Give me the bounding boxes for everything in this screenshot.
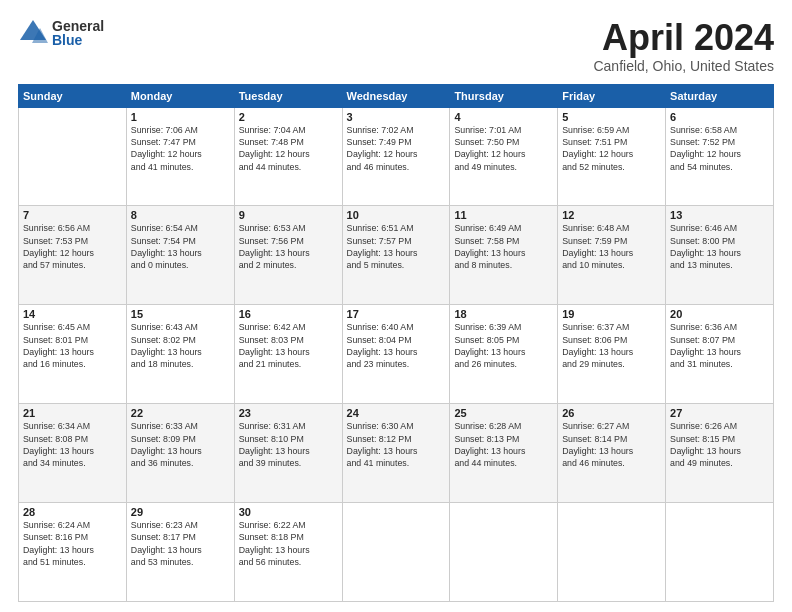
day-number: 7 [23, 209, 122, 221]
day-info: Sunrise: 7:02 AMSunset: 7:49 PMDaylight:… [347, 124, 446, 173]
calendar-cell [666, 503, 774, 602]
day-header-thursday: Thursday [450, 84, 558, 107]
location: Canfield, Ohio, United States [593, 58, 774, 74]
calendar-cell [450, 503, 558, 602]
day-number: 21 [23, 407, 122, 419]
day-info: Sunrise: 7:01 AMSunset: 7:50 PMDaylight:… [454, 124, 553, 173]
day-info: Sunrise: 6:56 AMSunset: 7:53 PMDaylight:… [23, 222, 122, 271]
week-row-5: 28Sunrise: 6:24 AMSunset: 8:16 PMDayligh… [19, 503, 774, 602]
day-info: Sunrise: 6:42 AMSunset: 8:03 PMDaylight:… [239, 321, 338, 370]
calendar-cell: 23Sunrise: 6:31 AMSunset: 8:10 PMDayligh… [234, 404, 342, 503]
day-info: Sunrise: 6:30 AMSunset: 8:12 PMDaylight:… [347, 420, 446, 469]
day-number: 4 [454, 111, 553, 123]
calendar-cell: 30Sunrise: 6:22 AMSunset: 8:18 PMDayligh… [234, 503, 342, 602]
day-number: 16 [239, 308, 338, 320]
calendar-cell: 27Sunrise: 6:26 AMSunset: 8:15 PMDayligh… [666, 404, 774, 503]
day-number: 1 [131, 111, 230, 123]
calendar-cell: 22Sunrise: 6:33 AMSunset: 8:09 PMDayligh… [126, 404, 234, 503]
calendar-cell: 15Sunrise: 6:43 AMSunset: 8:02 PMDayligh… [126, 305, 234, 404]
calendar-cell: 4Sunrise: 7:01 AMSunset: 7:50 PMDaylight… [450, 107, 558, 206]
calendar-cell: 18Sunrise: 6:39 AMSunset: 8:05 PMDayligh… [450, 305, 558, 404]
day-number: 28 [23, 506, 122, 518]
calendar-cell: 10Sunrise: 6:51 AMSunset: 7:57 PMDayligh… [342, 206, 450, 305]
day-number: 27 [670, 407, 769, 419]
page: General Blue April 2024 Canfield, Ohio, … [0, 0, 792, 612]
header-row: SundayMondayTuesdayWednesdayThursdayFrid… [19, 84, 774, 107]
month-title: April 2024 [593, 18, 774, 58]
day-number: 23 [239, 407, 338, 419]
week-row-2: 7Sunrise: 6:56 AMSunset: 7:53 PMDaylight… [19, 206, 774, 305]
day-number: 6 [670, 111, 769, 123]
day-info: Sunrise: 7:06 AMSunset: 7:47 PMDaylight:… [131, 124, 230, 173]
day-number: 26 [562, 407, 661, 419]
day-info: Sunrise: 6:27 AMSunset: 8:14 PMDaylight:… [562, 420, 661, 469]
week-row-1: 1Sunrise: 7:06 AMSunset: 7:47 PMDaylight… [19, 107, 774, 206]
calendar-cell: 24Sunrise: 6:30 AMSunset: 8:12 PMDayligh… [342, 404, 450, 503]
calendar-cell: 1Sunrise: 7:06 AMSunset: 7:47 PMDaylight… [126, 107, 234, 206]
calendar-cell: 7Sunrise: 6:56 AMSunset: 7:53 PMDaylight… [19, 206, 127, 305]
day-info: Sunrise: 6:40 AMSunset: 8:04 PMDaylight:… [347, 321, 446, 370]
day-info: Sunrise: 6:49 AMSunset: 7:58 PMDaylight:… [454, 222, 553, 271]
day-info: Sunrise: 6:58 AMSunset: 7:52 PMDaylight:… [670, 124, 769, 173]
day-info: Sunrise: 6:37 AMSunset: 8:06 PMDaylight:… [562, 321, 661, 370]
day-number: 24 [347, 407, 446, 419]
day-info: Sunrise: 6:34 AMSunset: 8:08 PMDaylight:… [23, 420, 122, 469]
calendar-cell: 8Sunrise: 6:54 AMSunset: 7:54 PMDaylight… [126, 206, 234, 305]
day-info: Sunrise: 6:43 AMSunset: 8:02 PMDaylight:… [131, 321, 230, 370]
logo: General Blue [18, 18, 104, 48]
day-info: Sunrise: 6:48 AMSunset: 7:59 PMDaylight:… [562, 222, 661, 271]
day-info: Sunrise: 6:51 AMSunset: 7:57 PMDaylight:… [347, 222, 446, 271]
day-info: Sunrise: 6:33 AMSunset: 8:09 PMDaylight:… [131, 420, 230, 469]
day-info: Sunrise: 6:24 AMSunset: 8:16 PMDaylight:… [23, 519, 122, 568]
day-info: Sunrise: 7:04 AMSunset: 7:48 PMDaylight:… [239, 124, 338, 173]
day-header-friday: Friday [558, 84, 666, 107]
calendar-cell: 6Sunrise: 6:58 AMSunset: 7:52 PMDaylight… [666, 107, 774, 206]
day-number: 3 [347, 111, 446, 123]
calendar-cell [558, 503, 666, 602]
day-info: Sunrise: 6:28 AMSunset: 8:13 PMDaylight:… [454, 420, 553, 469]
day-header-wednesday: Wednesday [342, 84, 450, 107]
calendar-cell: 20Sunrise: 6:36 AMSunset: 8:07 PMDayligh… [666, 305, 774, 404]
day-info: Sunrise: 6:31 AMSunset: 8:10 PMDaylight:… [239, 420, 338, 469]
calendar-cell: 5Sunrise: 6:59 AMSunset: 7:51 PMDaylight… [558, 107, 666, 206]
logo-icon [18, 18, 48, 48]
week-row-3: 14Sunrise: 6:45 AMSunset: 8:01 PMDayligh… [19, 305, 774, 404]
day-number: 10 [347, 209, 446, 221]
day-info: Sunrise: 6:54 AMSunset: 7:54 PMDaylight:… [131, 222, 230, 271]
calendar-cell: 14Sunrise: 6:45 AMSunset: 8:01 PMDayligh… [19, 305, 127, 404]
day-number: 8 [131, 209, 230, 221]
day-number: 14 [23, 308, 122, 320]
calendar-cell: 17Sunrise: 6:40 AMSunset: 8:04 PMDayligh… [342, 305, 450, 404]
calendar-table: SundayMondayTuesdayWednesdayThursdayFrid… [18, 84, 774, 602]
day-header-monday: Monday [126, 84, 234, 107]
calendar-cell: 25Sunrise: 6:28 AMSunset: 8:13 PMDayligh… [450, 404, 558, 503]
day-number: 15 [131, 308, 230, 320]
calendar-cell: 28Sunrise: 6:24 AMSunset: 8:16 PMDayligh… [19, 503, 127, 602]
day-number: 19 [562, 308, 661, 320]
day-header-sunday: Sunday [19, 84, 127, 107]
calendar-cell: 9Sunrise: 6:53 AMSunset: 7:56 PMDaylight… [234, 206, 342, 305]
day-number: 25 [454, 407, 553, 419]
day-number: 2 [239, 111, 338, 123]
calendar-cell: 13Sunrise: 6:46 AMSunset: 8:00 PMDayligh… [666, 206, 774, 305]
calendar-cell: 19Sunrise: 6:37 AMSunset: 8:06 PMDayligh… [558, 305, 666, 404]
week-row-4: 21Sunrise: 6:34 AMSunset: 8:08 PMDayligh… [19, 404, 774, 503]
day-info: Sunrise: 6:59 AMSunset: 7:51 PMDaylight:… [562, 124, 661, 173]
day-number: 9 [239, 209, 338, 221]
day-number: 22 [131, 407, 230, 419]
day-number: 12 [562, 209, 661, 221]
day-number: 29 [131, 506, 230, 518]
day-info: Sunrise: 6:22 AMSunset: 8:18 PMDaylight:… [239, 519, 338, 568]
day-number: 30 [239, 506, 338, 518]
day-info: Sunrise: 6:36 AMSunset: 8:07 PMDaylight:… [670, 321, 769, 370]
title-block: April 2024 Canfield, Ohio, United States [593, 18, 774, 74]
calendar-cell: 21Sunrise: 6:34 AMSunset: 8:08 PMDayligh… [19, 404, 127, 503]
calendar-cell: 2Sunrise: 7:04 AMSunset: 7:48 PMDaylight… [234, 107, 342, 206]
calendar-cell: 11Sunrise: 6:49 AMSunset: 7:58 PMDayligh… [450, 206, 558, 305]
calendar-cell: 29Sunrise: 6:23 AMSunset: 8:17 PMDayligh… [126, 503, 234, 602]
calendar-cell: 26Sunrise: 6:27 AMSunset: 8:14 PMDayligh… [558, 404, 666, 503]
logo-blue: Blue [52, 33, 104, 47]
day-number: 11 [454, 209, 553, 221]
day-info: Sunrise: 6:46 AMSunset: 8:00 PMDaylight:… [670, 222, 769, 271]
day-number: 13 [670, 209, 769, 221]
